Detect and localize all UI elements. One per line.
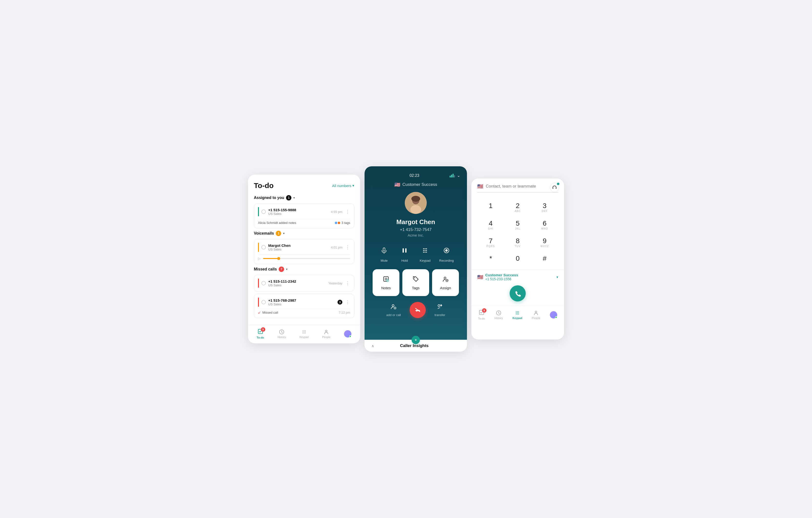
right-nav-keypad[interactable]: Keypad [513,310,522,319]
dial-num-star: * [489,255,492,262]
end-call-icon [414,306,422,314]
dial-key-hash[interactable]: # [531,252,558,269]
missed-info-2: +1 515-768-2987 US Sales [268,298,335,306]
call-indicator-orange [258,243,259,252]
dial-num-5: 5 [516,220,520,227]
missed-checkbox-1[interactable] [261,281,266,285]
call-minimize-icon[interactable]: ⌄ [457,173,460,178]
svg-point-53 [517,313,518,313]
dial-key-star[interactable]: * [477,252,504,269]
call-info: +1 515-155-9888 US Sales [268,208,328,215]
call-indicator-teal [258,207,259,216]
dial-key-0[interactable]: 0 [504,252,531,269]
missed-team-2: US Sales [268,303,335,306]
assign-card[interactable]: Assign [432,269,459,296]
hold-icon [398,244,411,257]
call-checkbox[interactable] [261,209,266,214]
dial-key-5[interactable]: 5 JKL [504,217,531,234]
waveform[interactable] [263,258,350,259]
missed-checkbox-2[interactable] [261,300,266,305]
nav-history-left[interactable]: History [278,329,286,339]
search-input[interactable] [486,184,558,189]
mute-action[interactable]: Mute [378,244,390,262]
missed-call-icon: ↙ [258,311,261,314]
right-keypad-icon [515,310,520,316]
svg-rect-18 [383,248,385,251]
notes-card-icon [383,276,389,284]
caller-insights-bar[interactable]: ∧ Caller Insights [365,340,467,352]
right-nav-todo[interactable]: 9 To-do [478,310,485,320]
end-call-button[interactable] [410,302,426,318]
missed-section-header[interactable]: Missed calls 7 ▾ [254,266,354,272]
call-controls-row: add or call [386,302,445,318]
voicemail-checkbox[interactable] [261,245,266,250]
dial-key-9[interactable]: 9 WXYZ [531,234,558,252]
waveform-fill [263,258,279,259]
right-nav-avatar[interactable] [550,311,557,318]
missed-menu-button-2[interactable]: ⋮ [345,299,350,305]
hold-action[interactable]: Hold [398,244,411,262]
svg-point-28 [423,252,424,253]
nav-keypad-left[interactable]: Keypad [299,329,309,339]
svg-point-56 [517,314,518,315]
dial-key-8[interactable]: 8 TUV [504,234,531,252]
svg-point-24 [426,248,427,249]
headset-status-badge [556,182,560,185]
dial-key-3[interactable]: 3 DEF [531,199,558,217]
selected-number-row[interactable]: 🇺🇸 Customer Success +1 515-233-1556 ▾ [471,269,564,283]
missed-menu-button-1[interactable]: ⋮ [345,281,350,286]
nav-todo[interactable]: 9 To-do [257,328,264,339]
transfer-icon [436,304,443,312]
voicemail-menu-button[interactable]: ⋮ [345,244,350,250]
dial-key-6[interactable]: 6 MNO [531,217,558,234]
svg-point-54 [518,313,519,313]
add-call-ctrl[interactable]: add or call [386,304,401,317]
recording-icon [440,244,453,257]
dial-key-7[interactable]: 7 PQRS [477,234,504,252]
all-numbers-button[interactable]: All numbers ▾ [332,183,354,188]
headset-button[interactable] [550,183,559,192]
call-button[interactable] [510,285,526,301]
dial-sub-3: DEF [542,210,548,213]
tags-card-icon [412,276,419,284]
recording-action[interactable]: Recording [439,244,454,262]
call-menu-button[interactable]: ⋮ [345,209,350,214]
call-indicator-red-2 [258,297,259,307]
selected-number-val: +1 515-233-1556 [485,277,554,281]
call-team: US Sales [268,212,328,215]
dial-key-4[interactable]: 4 GHI [477,217,504,234]
svg-point-55 [516,314,517,315]
people-icon [323,329,329,335]
tags-card[interactable]: Tags [402,269,429,296]
missed-label: Missed call [262,311,278,314]
svg-point-44 [415,340,416,341]
nav-people-left[interactable]: People [322,329,330,339]
assigned-section-header[interactable]: Assigned to you 1 ▾ [254,195,354,200]
right-bottom-nav: 9 To-do History [471,306,564,324]
keypad-action[interactable]: Keypad [419,244,431,262]
selected-flag-icon: 🇺🇸 [477,274,483,280]
transfer-ctrl[interactable]: transfer [435,304,445,317]
play-button[interactable]: ▷ [258,257,261,260]
voicemail-card: Margot Chen US Sales 4:01 pm ⋮ ▷ [254,239,354,264]
missed-row: ↙ Missed call 7:12 pm [258,309,350,314]
svg-point-7 [305,332,306,333]
avatar-online-dot [349,335,351,338]
svg-point-17 [411,196,420,202]
dial-key-2[interactable]: 2 ABC [504,199,531,217]
dial-key-1[interactable]: 1 [477,199,504,217]
call-time: 4:55 pm [331,210,342,213]
right-nav-history[interactable]: History [494,310,503,319]
recording-label: Recording [439,259,454,262]
dialpad-top: 🇺🇸 [471,178,564,197]
notes-card[interactable]: Notes [373,269,399,296]
transfer-label: transfer [435,313,445,317]
right-nav-people[interactable]: People [532,310,540,319]
svg-point-51 [518,311,519,312]
voicemails-section-header[interactable]: Voicemails 1 ▾ [254,231,354,236]
dial-sub-2: ABC [515,210,521,213]
nav-avatar-left[interactable] [344,330,351,338]
insights-icon [412,336,420,344]
dial-num-4: 4 [489,220,493,227]
selected-team-name: Customer Success [485,273,554,277]
